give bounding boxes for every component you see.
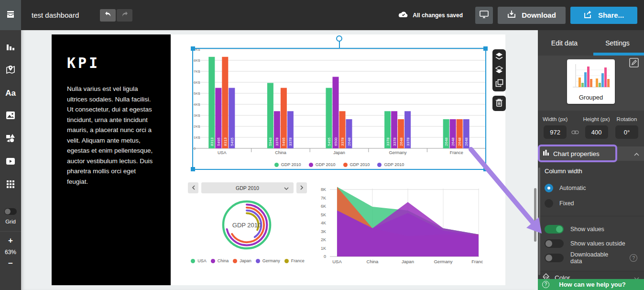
series-dropdown[interactable]: GDP 2010 xyxy=(201,182,294,193)
kpi-text-block[interactable]: KPI Nulla varius est vel ligula ultrices… xyxy=(52,34,171,285)
sidebar-item-video[interactable] xyxy=(0,151,21,174)
donut-chart-legend: USAChinaJapanGermanyFrance xyxy=(190,258,305,263)
show-values-toggle[interactable] xyxy=(545,225,564,234)
donut-chart[interactable] xyxy=(219,197,274,253)
delete-button[interactable] xyxy=(492,96,506,111)
sidebar-item-images[interactable] xyxy=(0,105,21,128)
sidebar-item-more[interactable] xyxy=(0,174,21,197)
downloadable-data-row: Downloadable data ? xyxy=(545,251,637,265)
svg-text:6K$: 6K$ xyxy=(194,80,200,85)
grid-label: Grid xyxy=(5,219,16,224)
zoom-level: 63% xyxy=(5,249,16,256)
show-values-outside-toggle[interactable] xyxy=(545,239,564,248)
previous-series-button[interactable] xyxy=(188,182,198,193)
radio-fixed[interactable] xyxy=(545,199,553,208)
series-dropdown-value: GDP 2010 xyxy=(236,185,259,191)
bar-chart-plot: 01K$2K$3K$4K$5K$6K$7K$8K$9K$USAChinaJapa… xyxy=(193,48,486,163)
svg-text:3378: 3378 xyxy=(288,137,293,146)
radio-option-automatic[interactable]: Automatic xyxy=(545,180,637,196)
help-question-icon[interactable]: ? xyxy=(630,254,637,262)
trash-icon xyxy=(495,99,503,109)
grouped-bar-chart[interactable]: 01K$2K$3K$4K$5K$6K$7K$8K$9K$USAChinaJapa… xyxy=(193,48,486,163)
downloadable-data-toggle[interactable] xyxy=(545,254,564,262)
svg-text:5K$: 5K$ xyxy=(194,91,200,96)
sidebar-item-shapes[interactable] xyxy=(0,128,21,151)
chart-properties-header[interactable]: Chart properties xyxy=(538,146,644,161)
svg-text:2K: 2K xyxy=(321,237,326,242)
canvas-scrollbar[interactable] xyxy=(534,188,536,242)
dimensions-section: Width (px) Height (px) Rotation xyxy=(538,111,644,143)
sidebar-item-maps[interactable] xyxy=(0,59,21,82)
svg-text:3378: 3378 xyxy=(393,137,397,146)
column-width-title: Column width xyxy=(545,167,637,175)
cloud-check-icon xyxy=(398,11,408,20)
grid-toggle[interactable] xyxy=(4,208,17,215)
radio-automatic[interactable] xyxy=(545,184,553,192)
chart-type-label: Grouped xyxy=(571,94,611,101)
svg-text:8313: 8313 xyxy=(210,137,214,146)
redo-button[interactable] xyxy=(117,9,132,22)
toggle-knob xyxy=(556,226,563,233)
svg-text:3378: 3378 xyxy=(275,137,279,146)
download-button[interactable]: Download xyxy=(498,7,566,24)
chart-type-card[interactable]: Grouped xyxy=(567,59,615,104)
settings-panel: Edit data Settings xyxy=(538,30,644,290)
svg-text:China: China xyxy=(367,259,379,264)
svg-text:3K$: 3K$ xyxy=(194,113,200,118)
sidebar-item-charts[interactable] xyxy=(0,36,21,59)
svg-text:5K: 5K xyxy=(321,212,326,217)
svg-text:USA: USA xyxy=(332,259,342,264)
panel-scrollbar[interactable] xyxy=(538,167,540,275)
area-chart-plot: 01K2K3K4K5K6K7K8KUSAChinaJapanGermanyFra… xyxy=(311,185,483,269)
svg-text:2648: 2648 xyxy=(444,137,448,146)
svg-text:5495: 5495 xyxy=(327,137,331,146)
chart-properties-icon xyxy=(543,149,549,158)
show-values-label: Show values xyxy=(570,226,604,233)
edit-icon xyxy=(629,61,639,69)
shapes-icon xyxy=(6,134,15,145)
undo-button[interactable] xyxy=(100,9,116,22)
svg-text:China: China xyxy=(275,150,286,155)
svg-text:3378: 3378 xyxy=(340,137,345,146)
preview-button[interactable] xyxy=(475,7,493,24)
sidebar-item-text[interactable]: Aa xyxy=(0,82,21,105)
bring-forward-button[interactable] xyxy=(492,50,506,64)
width-input[interactable] xyxy=(544,125,567,139)
share-button[interactable]: Share... xyxy=(570,7,637,24)
edit-chart-type-button[interactable] xyxy=(629,57,639,68)
chevron-down-icon xyxy=(284,186,289,191)
chart-type-section: Grouped xyxy=(538,56,644,111)
legend-dot xyxy=(211,259,215,263)
next-series-button[interactable] xyxy=(296,182,307,193)
home-button[interactable] xyxy=(0,0,21,30)
donut-chart-plot xyxy=(219,197,274,253)
tab-edit-data[interactable]: Edit data xyxy=(538,30,591,56)
lock-aspect-button[interactable] xyxy=(571,125,579,139)
legend-item: China xyxy=(211,258,229,263)
svg-text:1K: 1K xyxy=(321,246,326,251)
tab-settings[interactable]: Settings xyxy=(591,30,644,56)
radio-automatic-label: Automatic xyxy=(559,185,586,191)
legend-item: USA xyxy=(191,258,207,263)
send-backward-button[interactable] xyxy=(492,64,506,77)
grouped-chart-thumbnail xyxy=(571,84,611,92)
radio-option-fixed[interactable]: Fixed xyxy=(545,196,637,211)
document-title: test dashboard xyxy=(32,11,79,19)
legend-dot xyxy=(309,163,313,167)
svg-text:8313: 8313 xyxy=(223,137,228,146)
help-bar-text: How can we help you? xyxy=(549,281,635,288)
archive-icon xyxy=(6,10,15,21)
svg-text:8K$: 8K$ xyxy=(194,58,200,63)
svg-text:Japan: Japan xyxy=(333,150,345,155)
height-input[interactable] xyxy=(585,125,608,139)
share-label: Share... xyxy=(598,11,624,19)
zoom-in-button[interactable]: + xyxy=(8,237,13,244)
rotation-input[interactable] xyxy=(615,125,638,139)
duplicate-button[interactable] xyxy=(492,77,506,90)
zoom-out-button[interactable]: − xyxy=(8,260,13,267)
height-label: Height (px) xyxy=(583,116,610,122)
svg-text:Japan: Japan xyxy=(402,259,414,264)
help-bar[interactable]: ? How can we help you? xyxy=(538,279,644,290)
svg-text:6K: 6K xyxy=(321,204,326,209)
area-chart[interactable]: 01K2K3K4K5K6K7K8KUSAChinaJapanGermanyFra… xyxy=(311,185,483,269)
